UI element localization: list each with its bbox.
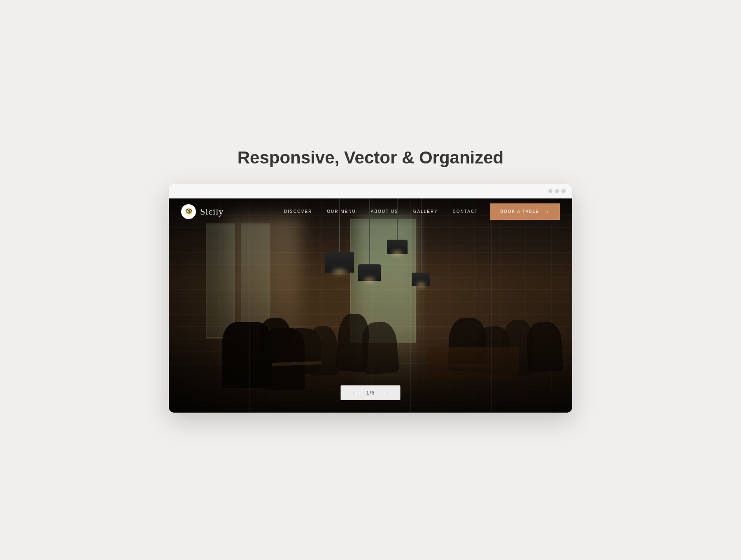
- browser-dot-1: [548, 189, 552, 193]
- nav-link-about-us[interactable]: ABOUT US: [371, 209, 398, 214]
- nav-links: DISCOVER OUR MENU ABOUT US GALLERY CONTA…: [284, 209, 478, 214]
- nav-link-contact[interactable]: CONTACT: [453, 209, 478, 214]
- nav-bar: 🥸 Sicily DISCOVER OUR MENU ABOUT US GALL…: [169, 198, 572, 225]
- page-title: Responsive, Vector & Organized: [238, 148, 504, 168]
- book-table-arrow: →: [543, 208, 550, 215]
- logo-area[interactable]: 🥸 Sicily: [181, 204, 224, 219]
- browser-dots: [548, 189, 566, 193]
- pagination-prev[interactable]: ←: [352, 390, 358, 396]
- browser-dot-3: [562, 189, 566, 193]
- book-table-label: BOOK A TABLE: [500, 209, 539, 214]
- pagination-control: ← 1/6 →: [340, 385, 400, 400]
- logo-text: Sicily: [200, 206, 224, 217]
- browser-window: 🥸 Sicily DISCOVER OUR MENU ABOUT US GALL…: [169, 184, 572, 413]
- website-preview: 🥸 Sicily DISCOVER OUR MENU ABOUT US GALL…: [169, 198, 572, 413]
- nav-link-discover[interactable]: DISCOVER: [284, 209, 312, 214]
- browser-dot-2: [555, 189, 559, 193]
- nav-link-gallery[interactable]: GALLERY: [413, 209, 438, 214]
- nav-link-our-menu[interactable]: OUR MENU: [327, 209, 356, 214]
- pagination-next[interactable]: →: [383, 390, 389, 396]
- browser-chrome: [169, 184, 572, 198]
- scene-overlay: [169, 198, 572, 413]
- logo-icon: 🥸: [181, 204, 196, 219]
- pagination-current: 1/6: [366, 390, 375, 396]
- book-table-button[interactable]: BOOK A TABLE →: [490, 203, 560, 220]
